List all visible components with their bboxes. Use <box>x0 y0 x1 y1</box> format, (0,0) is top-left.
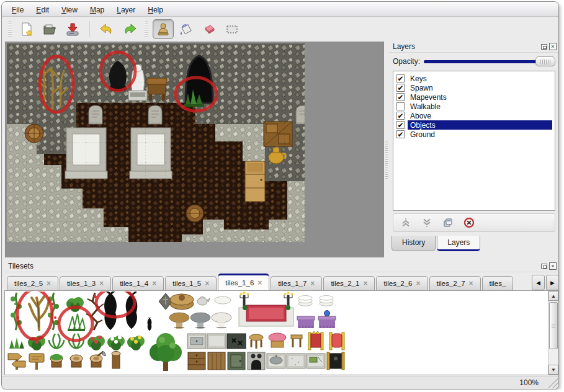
redo-button[interactable] <box>119 19 140 39</box>
tileset-tab-label: tiles_2_5 <box>14 280 43 287</box>
toolbar-drag-handle[interactable] <box>145 21 148 37</box>
delete-layer-button[interactable] <box>463 216 475 229</box>
menu-edit[interactable]: Edit <box>30 4 55 16</box>
panel-tab-layers[interactable]: Layers <box>437 236 480 251</box>
scroll-tabs-left-button[interactable]: ◀ <box>532 275 545 290</box>
scroll-down-button[interactable]: ▼ <box>548 365 558 375</box>
layer-row-spawn[interactable]: ✔Spawn <box>395 83 553 92</box>
scrollbar-thumb[interactable] <box>549 302 558 349</box>
tile-scraggly-plant <box>68 314 85 331</box>
move-layer-up-button[interactable] <box>400 216 412 229</box>
undo-button[interactable] <box>96 19 117 39</box>
tileset-scrollbar[interactable]: ▲ ▼ <box>548 291 558 375</box>
tile-tree <box>150 333 182 371</box>
tileset-tab-tiles_1_5[interactable]: tiles_1_5× <box>165 276 217 290</box>
tileset-tab-tiles_1_3[interactable]: tiles_1_3× <box>60 276 111 290</box>
tilesets-panel-header: Tilesets × <box>4 261 559 272</box>
fill-tool-button[interactable] <box>176 19 197 39</box>
tab-close-icon[interactable]: × <box>469 280 473 287</box>
panel-bottom-tabs: HistoryLayers <box>392 236 559 251</box>
layer-row-above[interactable]: ✔Above <box>395 111 553 120</box>
menu-map[interactable]: Map <box>84 4 110 16</box>
stamp-icon <box>156 22 171 37</box>
menu-view[interactable]: View <box>55 4 84 16</box>
stamp-tool-button[interactable] <box>153 19 174 39</box>
layer-visibility-checkbox[interactable]: ✔ <box>396 121 405 129</box>
layers-panel-header: Layers × <box>389 41 559 53</box>
opacity-slider[interactable] <box>424 56 555 67</box>
move-layer-down-button[interactable] <box>421 216 433 229</box>
layer-row-keys[interactable]: ✔Keys <box>395 74 553 83</box>
layer-list[interactable]: ✔Keys✔Spawn✔MapeventsWalkable✔Above✔Obje… <box>393 71 555 211</box>
layer-visibility-checkbox[interactable]: ✔ <box>396 93 405 101</box>
tileset-tab-tiles_2_7[interactable]: tiles_2_7× <box>429 276 481 290</box>
tileset-view[interactable]: ▲ ▼ <box>4 290 559 375</box>
menu-help[interactable]: Help <box>141 4 169 16</box>
resize-grip[interactable] <box>546 376 558 388</box>
save-button[interactable] <box>62 19 83 39</box>
layers-panel: Layers × Opacity: ✔Keys✔Spawn✔MapeventsW… <box>389 41 559 259</box>
panel-splitter[interactable] <box>384 42 388 257</box>
tileset-tab-tiles_1_6[interactable]: tiles_1_6× <box>218 274 269 290</box>
layer-row-ground[interactable]: ✔Ground <box>395 130 553 139</box>
panel-tab-history[interactable]: History <box>392 236 436 251</box>
tileset-tab-tiles_[interactable]: tiles_ <box>482 276 513 290</box>
tab-close-icon[interactable]: × <box>257 279 262 287</box>
opacity-slider-handle[interactable] <box>535 56 555 66</box>
layer-visibility-checkbox[interactable]: ✔ <box>396 130 405 138</box>
layer-row-objects[interactable]: ✔Objects <box>395 120 553 130</box>
layer-row-walkable[interactable]: Walkable <box>395 102 553 111</box>
select-tool-button[interactable] <box>222 19 243 39</box>
tab-close-icon[interactable]: × <box>363 280 367 287</box>
layer-visibility-checkbox[interactable] <box>396 102 405 110</box>
tab-close-icon[interactable]: × <box>47 280 51 287</box>
tileset-tab-label: tiles_ <box>490 280 506 287</box>
open-button[interactable] <box>39 19 60 39</box>
tilesets-panel: Tilesets × tiles_2_5×tiles_1_3×tiles_1_4… <box>4 261 559 377</box>
close-panel-icon[interactable]: × <box>549 43 557 50</box>
eraser-icon <box>202 22 217 37</box>
menu-file[interactable]: File <box>6 4 30 16</box>
layer-visibility-checkbox[interactable]: ✔ <box>396 112 405 120</box>
new-file-button[interactable] <box>16 19 37 39</box>
toolbar-drag-handle[interactable] <box>8 21 12 37</box>
float-panel-icon[interactable] <box>541 44 547 50</box>
undo-icon <box>99 22 114 37</box>
tileset-tab-tiles_1_4[interactable]: tiles_1_4× <box>112 276 164 290</box>
tileset-tiles[interactable] <box>8 292 344 371</box>
layer-name: Above <box>408 112 434 120</box>
tileset-tab-tiles_1_7[interactable]: tiles_1_7× <box>271 276 322 290</box>
tab-close-icon[interactable]: × <box>152 280 156 287</box>
scroll-up-button[interactable]: ▲ <box>548 291 558 301</box>
tileset-tab-tiles_2_5[interactable]: tiles_2_5× <box>7 276 58 290</box>
tab-close-icon[interactable]: × <box>416 280 420 287</box>
map-view[interactable] <box>5 42 384 257</box>
tileset-tab-tiles_2_1[interactable]: tiles_2_1× <box>323 276 375 290</box>
duplicate-layer-button[interactable] <box>442 216 454 229</box>
app-window: FileEditViewMapLayerHelp <box>1 1 559 390</box>
layer-visibility-checkbox[interactable]: ✔ <box>396 74 405 82</box>
layer-name: Keys <box>408 74 429 83</box>
opacity-slider-track[interactable] <box>424 60 554 63</box>
eraser-tool-button[interactable] <box>199 19 220 39</box>
layer-name: Objects <box>408 121 438 130</box>
save-icon <box>65 22 80 37</box>
layer-row-mapevents[interactable]: ✔Mapevents <box>395 92 553 102</box>
tab-close-icon[interactable]: × <box>205 280 209 287</box>
layer-name: Spawn <box>408 84 436 92</box>
tileset-tab-tiles_2_6[interactable]: tiles_2_6× <box>376 276 427 290</box>
toolbar <box>2 17 558 41</box>
tileset-tab-label: tiles_1_3 <box>67 280 96 287</box>
close-panel-icon[interactable]: × <box>549 262 557 270</box>
map-canvas[interactable] <box>7 43 305 242</box>
menu-layer[interactable]: Layer <box>110 4 141 16</box>
tileset-tab-label: tiles_1_4 <box>120 280 148 287</box>
tileset-tab-label: tiles_2_6 <box>383 280 412 287</box>
layer-buttons <box>393 213 555 232</box>
layer-visibility-checkbox[interactable]: ✔ <box>396 84 405 92</box>
float-panel-icon[interactable] <box>541 264 547 269</box>
tileset-canvas[interactable] <box>6 292 533 373</box>
scroll-tabs-right-button[interactable]: ▶ <box>546 275 559 290</box>
tab-close-icon[interactable]: × <box>99 280 104 287</box>
tab-close-icon[interactable]: × <box>310 280 315 287</box>
